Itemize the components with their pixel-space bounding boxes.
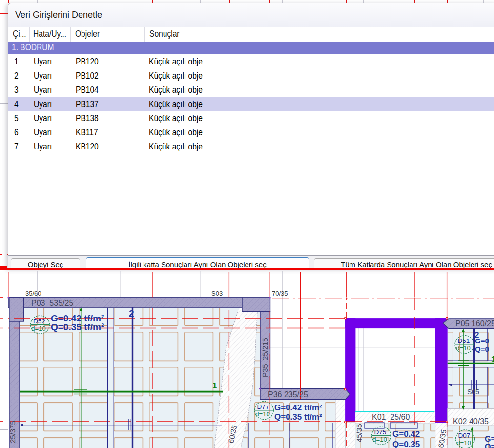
svg-text:S03: S03 xyxy=(211,290,223,297)
svg-text:2: 2 xyxy=(475,331,479,339)
svg-text:Q=0.35 tf/m²: Q=0.35 tf/m² xyxy=(51,322,104,332)
svg-text:D77: D77 xyxy=(257,403,269,410)
svg-text:1: 1 xyxy=(491,355,494,364)
svg-text:G=0.42: G=0.42 xyxy=(392,429,420,439)
svg-text:K01 25/60: K01 25/60 xyxy=(372,413,410,421)
svg-text:45/35: 45/35 xyxy=(355,424,363,442)
svg-text:P03 535/25: P03 535/25 xyxy=(31,299,73,307)
svg-text:Q=0: Q=0 xyxy=(475,345,489,353)
svg-text:P05 160/25: P05 160/25 xyxy=(455,320,494,328)
svg-text:D75: D75 xyxy=(374,428,387,436)
svg-text:Q=0.35: Q=0.35 xyxy=(392,440,420,448)
svg-text:70/35: 70/35 xyxy=(272,290,288,297)
svg-text:d=10: d=10 xyxy=(456,344,470,352)
svg-text:35/60: 35/60 xyxy=(25,290,41,297)
svg-text:G=0: G=0 xyxy=(485,435,494,443)
svg-text:d=10: d=10 xyxy=(31,325,45,332)
svg-text:2: 2 xyxy=(129,308,134,319)
svg-text:G=0.42 tf/m²: G=0.42 tf/m² xyxy=(274,403,322,412)
svg-text:Q=0.35 tf/m²: Q=0.35 tf/m² xyxy=(274,412,322,422)
svg-text:1: 1 xyxy=(212,381,217,390)
svg-text:D52: D52 xyxy=(33,318,45,325)
svg-text:Q=0: Q=0 xyxy=(485,443,494,448)
svg-text:D51: D51 xyxy=(458,337,470,344)
svg-text:S05: S05 xyxy=(467,388,479,396)
svg-text:d=10: d=10 xyxy=(255,410,269,418)
svg-text:K02 40/35: K02 40/35 xyxy=(453,417,489,426)
svg-text:25/375: 25/375 xyxy=(8,421,17,443)
svg-text:d=10: d=10 xyxy=(456,439,471,447)
svg-text:P36 235/25: P36 235/25 xyxy=(268,390,308,399)
svg-text:d=10: d=10 xyxy=(372,436,387,443)
svg-text:P35 25/215: P35 25/215 xyxy=(261,338,269,377)
svg-text:D07: D07 xyxy=(458,432,471,439)
